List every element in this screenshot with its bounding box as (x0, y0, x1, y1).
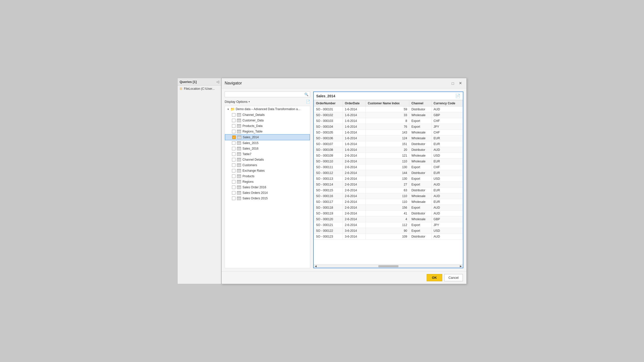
cell-16-1: 2-6-2014 (343, 199, 366, 205)
cell-19-2: 4 (366, 216, 409, 222)
folder-name: Demo data – Advanced Data Transformation… (236, 107, 300, 111)
folder-icon: 📁 (230, 107, 235, 111)
checkbox-9[interactable] (232, 163, 235, 167)
tree-item-sales-orders-2015[interactable]: Sales Orders 2015 (225, 196, 310, 201)
cell-0-4: AUD (431, 107, 463, 112)
checkbox-4[interactable]: ✓ (232, 135, 236, 139)
checkbox-13[interactable] (232, 186, 235, 189)
checkbox-5[interactable] (232, 141, 235, 145)
cancel-button[interactable]: Cancel (444, 274, 463, 281)
table-body: SO - 0001011-6-201459DistributorAUDSO - … (314, 107, 463, 240)
checkbox-3[interactable] (232, 130, 235, 133)
tree-item-sales_2015[interactable]: Sales_2015 (225, 140, 310, 146)
table-icon-13 (237, 186, 241, 189)
data-table-wrapper: OrderNumberOrderDateCustomer Name IndexC… (314, 100, 463, 264)
scroll-thumb-horizontal[interactable] (378, 265, 398, 267)
tree-folder[interactable]: ▼ 📁 Demo data – Advanced Data Transforma… (225, 106, 310, 112)
cell-4-3: Wholesale (409, 130, 431, 135)
cell-19-1: 2-6-2014 (343, 216, 366, 222)
cell-11-3: Distributor (409, 170, 431, 176)
cell-11-1: 2-6-2014 (343, 170, 366, 176)
checkbox-7[interactable] (232, 152, 235, 156)
checkbox-11[interactable] (232, 174, 235, 178)
col-header-1: OrderDate (343, 100, 366, 107)
tree-item-label-1: Customer_Data (243, 119, 264, 122)
checkbox-10[interactable] (232, 169, 235, 172)
search-input[interactable] (226, 93, 304, 96)
cell-2-0: SO - 000103 (314, 118, 343, 124)
tree-item-channel_details[interactable]: Channel_Details (225, 112, 310, 118)
tree-item-products_data[interactable]: Products_Data (225, 123, 310, 129)
preview-pane: Sales_2014 📄 OrderNumberOrderDateCustome… (313, 92, 463, 268)
cell-10-1: 2-6-2014 (343, 164, 366, 170)
tree-item-label-0: Channel_Details (243, 113, 265, 117)
tree-item-sales_2016[interactable]: Sales_2016 (225, 146, 310, 151)
checkbox-14[interactable] (232, 191, 235, 195)
cell-21-4: USD (431, 228, 463, 234)
cell-5-2: 124 (366, 135, 409, 141)
checkbox-0[interactable] (232, 113, 235, 117)
cell-1-0: SO - 000102 (314, 112, 343, 118)
tree-item-products[interactable]: Products (225, 173, 310, 179)
tree-item-label-6: Sales_2016 (243, 147, 258, 150)
cell-10-2: 130 (366, 164, 409, 170)
tree-item-sales-order-2016[interactable]: Sales Order 2016 (225, 185, 310, 190)
table-icon-12 (237, 180, 241, 184)
table-row: SO - 0001011-6-201459DistributorAUD (314, 107, 463, 112)
search-box[interactable]: 🔍 (225, 92, 310, 97)
checkbox-2[interactable] (232, 124, 235, 128)
tree-item-regions_table[interactable]: Regions_Table (225, 129, 310, 134)
close-button[interactable]: ✕ (457, 80, 463, 86)
preview-title: Sales_2014 (316, 94, 335, 98)
tree-list: ▼ 📁 Demo data – Advanced Data Transforma… (225, 106, 310, 268)
scroll-left-icon[interactable]: ◀ (315, 265, 317, 267)
tree-item-regions[interactable]: Regions (225, 179, 310, 185)
cell-9-1: 2-6-2014 (343, 159, 366, 164)
ok-button[interactable]: OK (427, 274, 442, 281)
cell-21-2: 90 (366, 228, 409, 234)
tree-item-label-7: Table7 (243, 152, 251, 156)
table-icon-1 (237, 119, 241, 122)
cell-22-4: AUD (431, 234, 463, 240)
checkbox-15[interactable] (232, 197, 235, 200)
query-item-filelocation[interactable]: ⊞ FileLocation (C:\User... (178, 85, 221, 92)
cell-16-3: Wholesale (409, 199, 431, 205)
cell-11-4: EUR (431, 170, 463, 176)
cell-6-3: Distributor (409, 141, 431, 147)
checkbox-6[interactable] (232, 147, 235, 150)
chevron-down-icon: ▾ (249, 100, 250, 103)
cell-16-4: EUR (431, 199, 463, 205)
checkbox-12[interactable] (232, 180, 235, 184)
table-row: SO - 0001212-6-2014112ExportJPY (314, 222, 463, 228)
table-icon-9 (237, 163, 241, 167)
tree-item-exchange-rates[interactable]: Exchange Rates (225, 168, 310, 173)
cell-5-0: SO - 000106 (314, 135, 343, 141)
tree-item-sales_2014[interactable]: ✓Sales_2014 (225, 134, 310, 140)
cell-11-0: SO - 000112 (314, 170, 343, 176)
checkbox-8[interactable] (232, 158, 235, 161)
table-row: SO - 0001223-6-201490ExportUSD (314, 228, 463, 234)
horizontal-scrollbar[interactable]: ◀ ▶ (314, 264, 463, 268)
tree-item-channel-details[interactable]: Channel Details (225, 157, 310, 162)
table-icon-7 (237, 152, 241, 156)
queries-header: Queries [1] ◁ (178, 78, 221, 85)
checkbox-1[interactable] (232, 119, 235, 122)
cell-17-3: Export (409, 205, 431, 211)
cell-21-0: SO - 000122 (314, 228, 343, 234)
cell-14-1: 2-6-2014 (343, 188, 366, 193)
tree-item-customer_data[interactable]: Customer_Data (225, 118, 310, 123)
queries-collapse-button[interactable]: ◁ (216, 80, 219, 84)
tree-item-customers[interactable]: Customers (225, 162, 310, 168)
tree-item-table7[interactable]: Table7 (225, 151, 310, 157)
navigator-dialog: Navigator □ ✕ 🔍 Display Options ▾ (221, 78, 467, 284)
tree-item-label-10: Exchange Rates (243, 169, 265, 172)
scroll-right-icon[interactable]: ▶ (460, 265, 462, 267)
maximize-button[interactable]: □ (450, 80, 456, 86)
display-options-row: Display Options ▾ 📄 (225, 99, 310, 104)
table-icon-8 (237, 158, 241, 161)
display-options-button[interactable]: Display Options ▾ (225, 100, 250, 104)
tree-item-label-13: Sales Order 2016 (243, 186, 266, 189)
tree-item-sales-orders-2014[interactable]: Sales Orders 2014 (225, 190, 310, 196)
cell-1-4: GBP (431, 112, 463, 118)
table-icon-14 (237, 191, 241, 195)
